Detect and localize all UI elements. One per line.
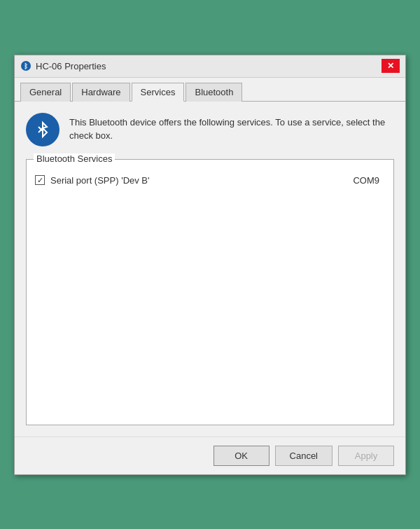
window-title: HC-06 Properties	[36, 61, 106, 71]
services-group: Bluetooth Services Serial port (SPP) 'De…	[26, 159, 394, 425]
tab-general[interactable]: General	[20, 83, 71, 102]
svg-text:ᛒ: ᛒ	[24, 62, 28, 70]
tabs-row: General Hardware Services Bluetooth	[15, 78, 405, 102]
content-area: This Bluetooth device offers the followi…	[15, 102, 405, 437]
tab-bluetooth[interactable]: Bluetooth	[186, 83, 242, 102]
title-bar-left: ᛒ HC-06 Properties	[20, 60, 106, 71]
service-checkbox[interactable]	[35, 175, 45, 185]
info-text: This Bluetooth device offers the followi…	[69, 113, 394, 143]
window-icon: ᛒ	[20, 60, 31, 71]
info-section: This Bluetooth device offers the followi…	[26, 113, 394, 146]
ok-button[interactable]: OK	[214, 446, 270, 466]
services-group-legend: Bluetooth Services	[34, 153, 115, 164]
bluetooth-icon	[26, 113, 59, 146]
service-name: Serial port (SPP) 'Dev B'	[50, 175, 347, 186]
close-button[interactable]: ✕	[382, 59, 400, 73]
button-row: OK Cancel Apply	[15, 437, 405, 474]
cancel-button[interactable]: Cancel	[275, 446, 332, 466]
tab-hardware[interactable]: Hardware	[72, 83, 130, 102]
properties-window: ᛒ HC-06 Properties ✕ General Hardware Se…	[14, 55, 406, 475]
service-item: Serial port (SPP) 'Dev B' COM9	[35, 175, 385, 186]
title-bar: ᛒ HC-06 Properties ✕	[15, 55, 405, 78]
apply-button[interactable]: Apply	[338, 446, 394, 466]
service-port: COM9	[353, 175, 379, 186]
tab-services[interactable]: Services	[132, 83, 185, 102]
